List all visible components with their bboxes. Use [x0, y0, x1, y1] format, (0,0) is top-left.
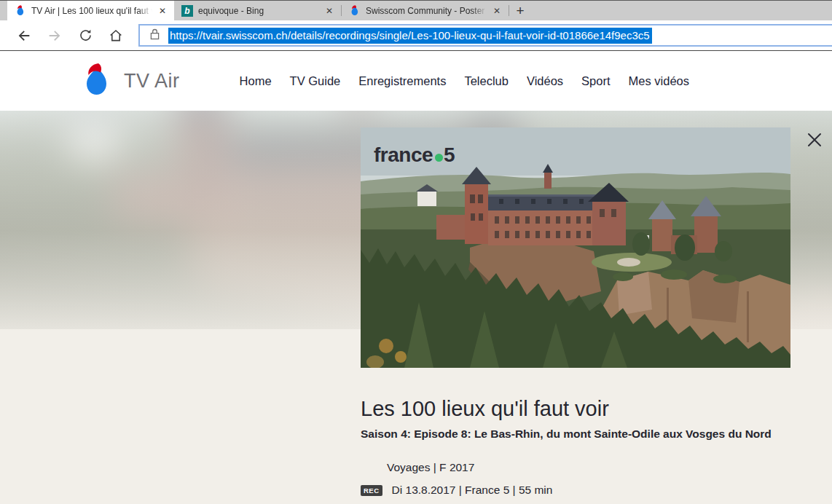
- france5-logo-text: france: [374, 143, 433, 167]
- nav-item-home[interactable]: Home: [240, 74, 272, 88]
- nav-item-sport[interactable]: Sport: [581, 74, 610, 88]
- tab-title: TV Air | Les 100 lieux qu'il faut vo: [31, 6, 152, 16]
- lock-icon: [150, 28, 160, 43]
- hero-section: france5: [0, 111, 832, 329]
- forward-icon[interactable]: [45, 26, 64, 45]
- site-header: TV Air Home TV Guide Enregistrements Tel…: [0, 51, 832, 111]
- refresh-icon[interactable]: [76, 26, 95, 45]
- nav-item-mes-videos[interactable]: Mes vidéos: [629, 74, 689, 88]
- broadcast-meta-row: REC Di 13.8.2017 | France 5 | 55 min: [361, 484, 803, 497]
- home-icon[interactable]: [106, 26, 125, 45]
- tab-bing[interactable]: b equivoque - Bing ✕: [174, 1, 341, 20]
- tab-swisscom-community[interactable]: Swisscom Community - Poster u ✕: [342, 1, 509, 20]
- program-still-image: france5: [361, 127, 790, 368]
- program-title: Les 100 lieux qu'il faut voir: [361, 397, 803, 421]
- france5-channel-logo: france5: [374, 143, 455, 167]
- nav-item-videos[interactable]: Vidéos: [527, 74, 563, 88]
- address-bar-url[interactable]: https://tvair.swisscom.ch/details/record…: [168, 28, 652, 44]
- tab-close-icon[interactable]: ✕: [491, 7, 503, 15]
- tvair-brand[interactable]: TV Air: [82, 63, 180, 99]
- france5-green-dot-icon: [435, 154, 443, 162]
- broadcast-info: Di 13.8.2017 | France 5 | 55 min: [392, 484, 553, 497]
- france5-logo-number: 5: [444, 143, 455, 167]
- nav-item-tv-guide[interactable]: TV Guide: [290, 74, 341, 88]
- tab-close-icon[interactable]: ✕: [157, 7, 168, 15]
- main-navigation: Home TV Guide Enregistrements Teleclub V…: [240, 74, 689, 88]
- rec-badge: REC: [361, 485, 382, 496]
- close-icon[interactable]: [804, 130, 825, 150]
- swisscom-logo-icon: [82, 63, 112, 99]
- brand-name: TV Air: [124, 70, 180, 92]
- nav-item-enregistrements[interactable]: Enregistrements: [358, 74, 446, 88]
- tab-close-icon[interactable]: ✕: [323, 7, 335, 15]
- genre-year-line: Voyages | F 2017: [387, 461, 803, 474]
- bing-favicon-icon: b: [181, 5, 193, 17]
- swisscom-favicon-icon: [15, 5, 26, 17]
- tab-title: Swisscom Community - Poster u: [366, 6, 487, 16]
- browser-toolbar: https://tvair.swisscom.ch/details/record…: [0, 20, 832, 51]
- nav-item-teleclub[interactable]: Teleclub: [464, 74, 509, 88]
- new-tab-button[interactable]: +: [509, 1, 531, 20]
- swisscom-favicon-icon: [349, 5, 361, 17]
- tab-title: equivoque - Bing: [198, 6, 319, 16]
- browser-tab-bar: TV Air | Les 100 lieux qu'il faut vo ✕ b…: [0, 0, 832, 20]
- program-subtitle: Saison 4: Episode 8: Le Bas-Rhin, du mon…: [361, 428, 803, 441]
- tab-tvair[interactable]: TV Air | Les 100 lieux qu'il faut vo ✕: [7, 1, 174, 20]
- back-icon[interactable]: [15, 26, 34, 45]
- address-bar[interactable]: https://tvair.swisscom.ch/details/record…: [138, 24, 832, 47]
